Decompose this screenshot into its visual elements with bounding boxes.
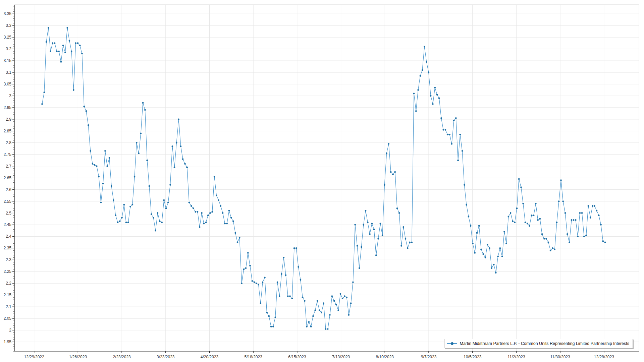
y-tick-label: 2 [9, 328, 11, 333]
data-point [186, 167, 188, 168]
data-point [249, 265, 251, 266]
y-tick-label: 2.15 [4, 293, 12, 297]
y-tick-label: 3.1 [6, 70, 11, 75]
data-point [583, 236, 585, 237]
data-point [550, 250, 551, 251]
data-point [314, 309, 316, 311]
data-point [503, 231, 505, 233]
data-point [577, 236, 579, 237]
data-point [216, 195, 217, 196]
data-point [424, 46, 425, 48]
data-point [142, 102, 144, 104]
data-point [289, 295, 291, 297]
data-point [472, 243, 474, 244]
data-point [491, 267, 492, 269]
y-tick-label: 2.65 [4, 176, 12, 180]
data-point [384, 184, 385, 186]
data-point [260, 302, 262, 304]
data-point [337, 309, 339, 311]
data-point [90, 150, 91, 152]
data-point [474, 252, 476, 254]
data-point [359, 267, 360, 269]
data-point [308, 321, 310, 323]
data-point [46, 41, 47, 43]
data-point [579, 212, 581, 214]
y-tick-label: 1.95 [4, 340, 12, 344]
data-point [50, 51, 51, 52]
data-point [516, 207, 518, 209]
data-point [505, 243, 507, 244]
y-tick-label: 2.7 [6, 164, 11, 169]
x-tick-label: 10/5/2023 [464, 355, 482, 359]
data-point [310, 326, 312, 327]
data-point [117, 222, 119, 223]
data-point [394, 171, 396, 173]
data-point [201, 212, 203, 214]
data-point [499, 247, 501, 249]
data-point [428, 72, 430, 73]
data-point [396, 207, 398, 209]
data-point [115, 215, 116, 216]
data-point [144, 109, 146, 111]
x-tick-label: 2/23/2023 [113, 355, 131, 359]
data-point [562, 200, 564, 202]
data-point [480, 249, 482, 250]
data-point [594, 205, 595, 207]
data-point [371, 223, 373, 225]
data-point [69, 40, 70, 42]
data-point [333, 300, 335, 302]
y-tick-label: 3.2 [6, 47, 11, 51]
data-point [149, 185, 150, 187]
data-point [390, 171, 392, 173]
data-point [146, 160, 148, 161]
data-point [266, 312, 268, 313]
data-point [125, 222, 127, 223]
data-point [161, 222, 163, 223]
data-point [136, 142, 138, 143]
data-point [323, 302, 324, 304]
data-point [195, 211, 196, 213]
data-point [348, 314, 350, 316]
data-point [189, 202, 190, 203]
data-point [537, 219, 539, 221]
data-point [386, 153, 387, 154]
data-point [369, 233, 371, 235]
data-point [529, 225, 530, 227]
data-point [342, 298, 343, 299]
data-point [470, 225, 472, 227]
y-tick-label: 2.35 [4, 246, 12, 250]
data-point [409, 242, 411, 243]
data-point [462, 150, 463, 152]
data-point [388, 143, 390, 145]
y-tick-label: 2.25 [4, 269, 12, 274]
y-tick-label: 2.55 [4, 199, 12, 204]
data-point [426, 61, 427, 63]
data-point [222, 212, 224, 214]
data-point [83, 106, 85, 107]
data-point [193, 207, 194, 209]
data-point [96, 165, 98, 167]
data-point [596, 210, 598, 212]
data-point [232, 221, 234, 222]
data-point [430, 95, 432, 97]
data-point [539, 218, 541, 220]
data-point [367, 222, 369, 223]
data-point [98, 176, 100, 178]
data-point [545, 238, 547, 240]
data-point [71, 51, 72, 52]
data-point [134, 176, 136, 178]
data-point [445, 129, 446, 131]
data-point [354, 224, 356, 226]
x-tick-label: 3/23/2023 [157, 355, 175, 359]
data-point [581, 212, 583, 214]
data-point [180, 145, 182, 147]
data-point [400, 245, 402, 247]
y-tick-label: 2.45 [4, 222, 12, 227]
y-tick-label: 2.4 [6, 234, 11, 239]
data-point [218, 199, 219, 201]
data-point [75, 42, 76, 44]
data-point [214, 176, 215, 178]
data-point [567, 233, 568, 235]
x-tick-label: 8/10/2023 [376, 355, 394, 359]
data-point [447, 134, 448, 135]
